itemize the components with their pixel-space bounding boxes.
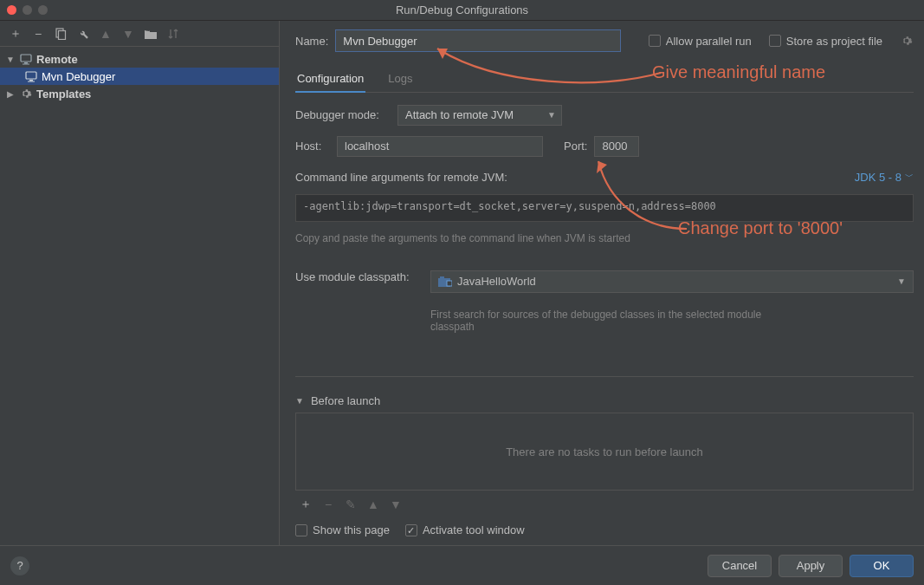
show-this-page-label: Show this page <box>313 523 390 536</box>
tab-configuration[interactable]: Configuration <box>295 68 365 92</box>
sidebar-toolbar: ＋ − ▲ ▼ <box>0 21 279 47</box>
remote-icon <box>19 52 33 66</box>
svg-rect-9 <box>440 276 444 279</box>
jdk-link[interactable]: JDK 5 - 8 <box>855 171 901 184</box>
folder-icon[interactable] <box>144 27 158 41</box>
svg-rect-1 <box>59 30 66 39</box>
tree-node-remote[interactable]: ▼ Remote <box>0 50 279 68</box>
gear-icon <box>19 87 33 101</box>
edit-icon: ✎ <box>344 497 358 511</box>
remote-icon <box>24 69 38 83</box>
checkbox-icon <box>405 524 417 536</box>
module-hint: First search for sources of the debugged… <box>430 309 777 333</box>
module-value: JavaHelloWorld <box>457 275 536 288</box>
before-launch-list: There are no tasks to run before launch <box>295 413 914 491</box>
apply-button[interactable]: Apply <box>779 555 843 577</box>
main-panel: Name: Allow parallel run Store as projec… <box>280 21 924 545</box>
cmd-args-label: Command line arguments for remote JVM: <box>295 171 507 184</box>
copy-icon[interactable] <box>54 27 68 41</box>
module-classpath-label: Use module classpath: <box>295 270 422 283</box>
window-title: Run/Debug Configurations <box>396 3 528 16</box>
cancel-button[interactable]: Cancel <box>708 555 772 577</box>
tree-node-templates[interactable]: ▶ Templates <box>0 85 279 102</box>
chevron-down-icon: ﹀ <box>905 171 914 183</box>
debugger-mode-label: Debugger mode: <box>295 108 391 121</box>
config-tree: ▼ Remote Mvn Debugger ▶ <box>0 47 279 545</box>
expand-arrow-icon[interactable]: ▼ <box>5 55 16 64</box>
show-this-page-checkbox[interactable]: Show this page <box>295 523 390 536</box>
add-icon[interactable]: ＋ <box>299 497 313 511</box>
activate-tool-window-checkbox[interactable]: Activate tool window <box>405 523 525 536</box>
up-icon: ▲ <box>366 497 380 511</box>
store-project-label: Store as project file <box>786 35 882 48</box>
module-classpath-select[interactable]: JavaHelloWorld ▼ <box>430 270 914 293</box>
footer: ? Cancel Apply OK <box>0 545 924 585</box>
down-icon: ▼ <box>389 497 403 511</box>
ok-button[interactable]: OK <box>850 555 914 577</box>
up-icon: ▲ <box>99 27 113 41</box>
allow-parallel-label: Allow parallel run <box>666 35 752 48</box>
before-launch-empty: There are no tasks to run before launch <box>506 445 703 458</box>
sidebar: ＋ − ▲ ▼ ▼ <box>0 21 280 545</box>
add-icon[interactable]: ＋ <box>9 27 23 41</box>
expand-arrow-icon: ▼ <box>295 396 304 406</box>
before-launch-toolbar: ＋ − ✎ ▲ ▼ <box>295 491 914 518</box>
host-label: Host: <box>295 140 330 153</box>
zoom-window-icon[interactable] <box>38 5 48 15</box>
host-input[interactable] <box>337 136 543 157</box>
chevron-down-icon: ▼ <box>547 110 556 120</box>
window-controls <box>7 5 48 15</box>
sort-icon[interactable] <box>166 27 180 41</box>
module-icon <box>438 276 452 287</box>
allow-parallel-checkbox[interactable]: Allow parallel run <box>649 35 752 48</box>
remove-icon[interactable]: − <box>31 27 45 41</box>
svg-rect-2 <box>21 55 31 62</box>
chevron-down-icon: ▼ <box>897 276 906 286</box>
down-icon: ▼ <box>121 27 135 41</box>
close-window-icon[interactable] <box>7 5 16 15</box>
port-input[interactable] <box>594 136 639 157</box>
before-launch-title: Before launch <box>311 394 380 407</box>
tree-label: Remote <box>36 53 78 66</box>
checkbox-icon <box>295 524 307 536</box>
tree-node-mvn-debugger[interactable]: Mvn Debugger <box>0 68 279 85</box>
name-input[interactable] <box>335 29 621 52</box>
name-label: Name: <box>295 35 328 48</box>
wrench-icon[interactable] <box>76 27 90 41</box>
titlebar: Run/Debug Configurations <box>0 0 924 21</box>
svg-rect-6 <box>29 80 33 81</box>
tree-label: Mvn Debugger <box>42 70 115 83</box>
checkbox-icon <box>769 35 781 47</box>
before-launch-header[interactable]: ▼ Before launch <box>295 389 914 413</box>
store-project-checkbox[interactable]: Store as project file <box>769 35 882 48</box>
port-label: Port: <box>564 140 587 153</box>
debugger-mode-value: Attach to remote JVM <box>405 108 514 121</box>
svg-rect-4 <box>23 64 29 65</box>
divider <box>295 376 914 377</box>
debugger-mode-select[interactable]: Attach to remote JVM ▼ <box>397 105 562 126</box>
svg-rect-10 <box>447 281 452 286</box>
svg-rect-3 <box>24 62 28 64</box>
help-button[interactable]: ? <box>10 556 29 575</box>
expand-arrow-icon[interactable]: ▶ <box>5 89 16 99</box>
tab-logs[interactable]: Logs <box>386 68 414 92</box>
svg-rect-7 <box>28 81 35 82</box>
remove-icon: − <box>321 497 335 511</box>
checkbox-icon <box>649 35 661 47</box>
activate-tool-window-label: Activate tool window <box>423 523 525 536</box>
tab-bar: Configuration Logs <box>295 68 914 93</box>
cmd-args-box[interactable]: -agentlib:jdwp=transport=dt_socket,serve… <box>295 194 914 222</box>
minimize-window-icon[interactable] <box>23 5 32 15</box>
cmd-hint: Copy and paste the arguments to the comm… <box>295 232 914 244</box>
gear-icon[interactable] <box>900 34 914 48</box>
svg-rect-5 <box>26 72 36 79</box>
tree-label: Templates <box>36 88 91 101</box>
